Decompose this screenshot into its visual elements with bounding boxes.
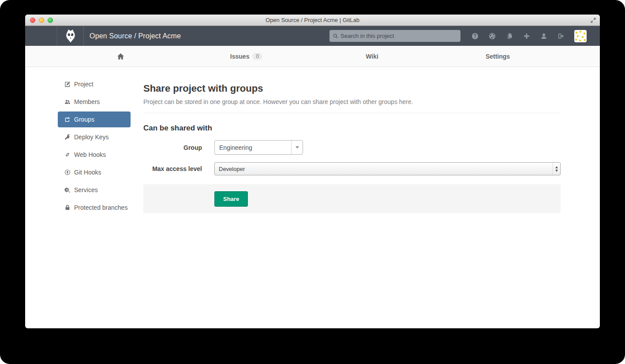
key-icon xyxy=(64,134,71,140)
page-title: Share project with groups xyxy=(143,83,561,94)
content-area: Project Members Groups Deploy Keys Web H… xyxy=(58,67,561,217)
nav-item-issues[interactable]: Issues 0 xyxy=(183,46,309,67)
sidebar-label: Members xyxy=(74,98,100,105)
group-label: Group xyxy=(143,144,202,151)
search-input[interactable]: Search in this project xyxy=(329,30,460,42)
users-icon xyxy=(64,99,71,105)
header-project-title[interactable]: Open Source / Project Acme xyxy=(84,26,181,46)
link-icon xyxy=(64,152,71,158)
plus-icon[interactable] xyxy=(523,32,530,40)
sidebar-item-git-hooks[interactable]: Git Hooks xyxy=(58,164,131,180)
sidebar-item-members[interactable]: Members xyxy=(58,94,131,110)
main-panel: Share project with groups Project can be… xyxy=(143,67,561,217)
select-stepper-icon xyxy=(553,163,560,175)
max-access-select[interactable]: Developer xyxy=(214,162,561,175)
header-left-spacer xyxy=(25,26,57,46)
sidebar-label: Groups xyxy=(74,116,94,123)
home-icon xyxy=(117,53,124,60)
project-nav: Issues 0 Wiki Settings xyxy=(25,46,600,67)
app-header: Open Source / Project Acme Search in thi… xyxy=(25,26,600,46)
sidebar-label: Web Hooks xyxy=(74,151,106,158)
files-icon[interactable] xyxy=(505,32,513,40)
chevron-down-icon xyxy=(291,141,303,154)
max-access-label: Max access level xyxy=(143,165,202,172)
group-form-row: Group Engineering xyxy=(143,140,561,155)
desktop-background: Open Source / Project Acme | GitLab Open… xyxy=(0,0,625,364)
user-avatar[interactable] xyxy=(574,30,587,42)
logout-icon[interactable] xyxy=(557,32,565,40)
sidebar-label: Deploy Keys xyxy=(74,134,109,141)
nav-label: Settings xyxy=(486,53,510,60)
sidebar-label: Protected branches xyxy=(74,204,127,211)
sidebar-label: Git Hooks xyxy=(74,169,101,176)
divider xyxy=(143,113,561,113)
sidebar-label: Project xyxy=(74,81,94,88)
user-icon[interactable] xyxy=(540,32,547,40)
gitlab-logo[interactable] xyxy=(57,26,84,46)
header-icon-group xyxy=(471,26,565,46)
share-square-icon xyxy=(64,116,71,123)
sidebar-label: Services xyxy=(74,186,98,193)
nav-label: Issues xyxy=(230,53,250,60)
max-access-form-row: Max access level Developer xyxy=(143,162,561,175)
nav-label: Wiki xyxy=(366,53,378,60)
nav-item-settings[interactable]: Settings xyxy=(435,46,561,67)
window-titlebar[interactable]: Open Source / Project Acme | GitLab xyxy=(25,15,600,26)
search-placeholder: Search in this project xyxy=(341,33,394,39)
nav-item-wiki[interactable]: Wiki xyxy=(309,46,435,67)
group-select[interactable]: Engineering xyxy=(214,140,303,155)
window-title: Open Source / Project Acme | GitLab xyxy=(25,15,600,26)
nav-item-home[interactable] xyxy=(58,46,183,67)
sidebar-item-deploy-keys[interactable]: Deploy Keys xyxy=(58,129,131,145)
page-description: Project can be stored in one group at on… xyxy=(143,98,561,105)
sidebar-item-protected-branches[interactable]: Protected branches xyxy=(58,200,131,215)
globe-icon[interactable] xyxy=(488,32,496,40)
issues-count-badge: 0 xyxy=(252,53,262,60)
fullscreen-resize-icon[interactable] xyxy=(590,17,597,24)
sidebar-item-web-hooks[interactable]: Web Hooks xyxy=(58,147,131,163)
group-select-value: Engineering xyxy=(215,144,291,151)
sidebar-item-groups[interactable]: Groups xyxy=(58,111,131,127)
arrow-up-circle-icon xyxy=(64,169,71,175)
settings-sidebar: Project Members Groups Deploy Keys Web H… xyxy=(58,67,131,217)
max-access-select-value: Developer xyxy=(215,166,553,172)
gears-icon xyxy=(64,187,71,193)
help-icon[interactable] xyxy=(471,32,479,40)
sidebar-item-services[interactable]: Services xyxy=(58,182,131,198)
search-icon xyxy=(333,33,338,39)
mac-window: Open Source / Project Acme | GitLab Open… xyxy=(25,15,600,328)
section-title: Can be shared with xyxy=(143,124,561,133)
share-button[interactable]: Share xyxy=(214,191,248,207)
sidebar-item-project[interactable]: Project xyxy=(58,76,131,92)
form-actions: Share xyxy=(143,184,561,213)
lock-icon xyxy=(64,204,71,211)
pencil-square-icon xyxy=(64,81,71,87)
